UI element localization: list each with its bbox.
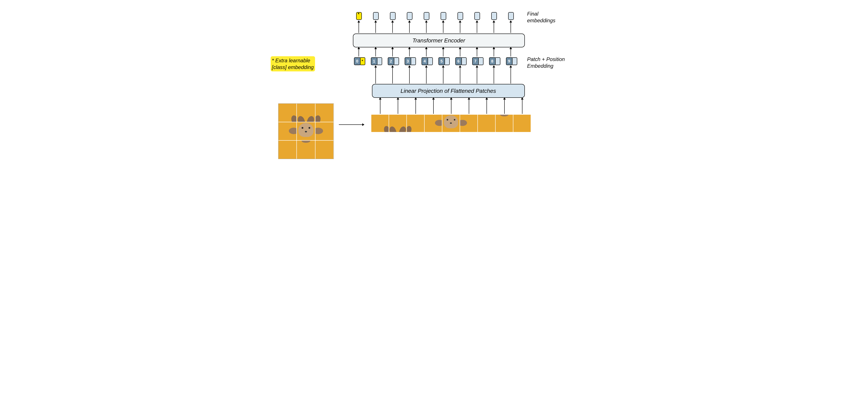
arrow-up [359, 49, 359, 57]
patch-tile [478, 115, 495, 132]
arrow-up [409, 49, 410, 57]
patch-tile [442, 115, 460, 132]
position-token-pair: 8 [489, 57, 500, 65]
arrow-up [433, 99, 434, 114]
image-cell [278, 141, 297, 159]
transformer-encoder-box: Transformer Encoder [353, 34, 525, 47]
arrow-up [487, 99, 487, 114]
arrow-up [392, 49, 393, 57]
arrow-up [426, 67, 427, 84]
box-label: Linear Projection of Flattened Patches [401, 88, 496, 94]
arrow-up [392, 67, 393, 84]
arrow-up [375, 49, 376, 57]
position-token-pair: 2 [388, 57, 399, 65]
final-embeddings-label: Final embeddings [527, 10, 556, 24]
arrow-up [460, 22, 460, 33]
position-token-pair: 0* [354, 57, 365, 65]
arrow-up [477, 49, 477, 57]
diagram-canvas: Final embeddings Patch + Position Embedd… [270, 9, 599, 177]
position-number: 9 [506, 57, 513, 65]
final-token [441, 12, 446, 20]
final-class-token [356, 12, 362, 20]
arrow-up [494, 49, 494, 57]
label-text: Final [527, 11, 538, 17]
label-text: [class] embedding [272, 64, 314, 70]
arrow-up [477, 67, 477, 84]
image-cell [297, 141, 315, 159]
arrow-up [494, 22, 494, 33]
arrow-up [426, 49, 427, 57]
arrow-up [359, 22, 359, 33]
arrow-up [510, 22, 511, 33]
arrow-up [504, 99, 505, 114]
arrow-up [494, 67, 494, 84]
position-number: 5 [438, 57, 445, 65]
arrow-up [510, 67, 511, 84]
arrow-up [443, 67, 443, 84]
arrow-up [426, 22, 427, 33]
arrow-up [469, 99, 469, 114]
position-number: 0 [354, 57, 361, 65]
arrow-up [510, 49, 511, 57]
image-cell [315, 141, 334, 159]
position-token-pair: 5 [438, 57, 450, 65]
position-token-pair: 7 [472, 57, 484, 65]
arrow-up [443, 49, 443, 57]
label-text: Embedding [527, 63, 553, 69]
final-token [458, 12, 463, 20]
image-cell [315, 122, 334, 140]
position-token-pair: 4 [422, 57, 433, 65]
patch-strip [371, 115, 531, 132]
patch-tile [496, 115, 513, 132]
patch-tile [425, 115, 442, 132]
final-token [474, 12, 480, 20]
position-number: 3 [405, 57, 411, 65]
patch-tile [389, 115, 406, 132]
patch-position-label: Patch + Position Embedding [527, 56, 565, 69]
arrow-up [409, 22, 410, 33]
position-number: 2 [388, 57, 394, 65]
image-cell [278, 104, 297, 122]
arrow-up [460, 49, 460, 57]
arrow-up [477, 22, 477, 33]
label-text: Patch + Position [527, 56, 565, 62]
final-token [508, 12, 514, 20]
final-token [390, 12, 396, 20]
position-token-pair: 9 [506, 57, 517, 65]
image-cell [315, 104, 334, 122]
image-cell [278, 122, 297, 140]
image-cell [297, 122, 315, 140]
arrow-up [443, 22, 443, 33]
arrow-up [375, 67, 376, 84]
patch-tile [371, 115, 389, 132]
patch-tile [460, 115, 477, 132]
position-token-pair: 3 [405, 57, 416, 65]
position-token-pair: 1 [371, 57, 382, 65]
label-text: embeddings [527, 18, 556, 23]
source-image-grid [278, 103, 334, 159]
position-number: 6 [455, 57, 462, 65]
arrow-up [460, 67, 460, 84]
arrow-up [451, 99, 452, 114]
final-token [491, 12, 497, 20]
arrow-up [380, 99, 380, 114]
arrow-up [375, 22, 376, 33]
class-embedding-label: * Extra learnable [class] embedding [271, 56, 315, 71]
label-text: * Extra learnable [272, 58, 310, 63]
arrow-up [415, 99, 416, 114]
final-token [407, 12, 412, 20]
linear-projection-box: Linear Projection of Flattened Patches [372, 84, 525, 98]
final-token [424, 12, 429, 20]
position-number: 7 [472, 57, 479, 65]
arrow-up [409, 67, 410, 84]
image-to-patches-arrow [339, 124, 363, 125]
position-token-pair: 6 [455, 57, 467, 65]
patch-tile [407, 115, 424, 132]
position-number: 1 [371, 57, 377, 65]
position-number: 8 [489, 57, 496, 65]
arrow-up [522, 99, 522, 114]
box-label: Transformer Encoder [412, 37, 465, 44]
arrow-up [392, 22, 393, 33]
patch-tile [513, 115, 531, 132]
final-token [373, 12, 379, 20]
